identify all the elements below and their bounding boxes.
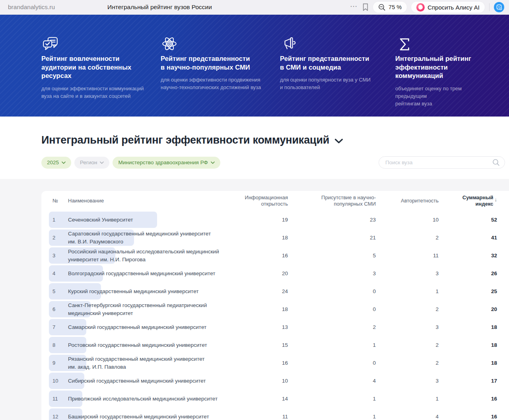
banner-card-scipop[interactable]: Рейтинг представленности в научно-популя… xyxy=(161,35,280,107)
browser-window: brandanalytics.ru Интегральный рейтинг в… xyxy=(0,0,509,420)
table-row[interactable]: 9Рязанский государственный медицинский у… xyxy=(49,354,497,372)
value-total-index: 17 xyxy=(439,378,497,384)
ratings-banner: Рейтинг вовлеченности аудитории на собст… xyxy=(0,15,509,117)
banner-card-integral[interactable]: Интегральный рейтинг эффективности комму… xyxy=(395,35,503,107)
page-header-section: Интегральный рейтинг эффективности комму… xyxy=(0,117,509,179)
banner-card-description: для оценки эффективности коммуникаций ву… xyxy=(41,85,149,100)
value-total-index: 32 xyxy=(439,253,497,259)
filter-year-label: 2025 xyxy=(47,159,59,165)
filter-year[interactable]: 2025 xyxy=(41,157,71,169)
sort-desc-icon[interactable]: ↓ xyxy=(495,196,497,203)
table-row[interactable]: 3Российский национальный исследовательск… xyxy=(49,247,497,264)
chevron-down-icon xyxy=(62,161,66,164)
chevron-down-icon[interactable] xyxy=(334,138,343,144)
bookmark-icon[interactable] xyxy=(362,3,369,11)
value-authority: 2 xyxy=(376,342,439,348)
filter-ministry-label: Министерство здравоохранения РФ xyxy=(118,159,208,165)
rank-cell: 2 xyxy=(49,235,68,241)
browser-topbar: brandanalytics.ru Интегральный рейтинг в… xyxy=(0,0,509,15)
table-section: № Наименование Информационная открытость… xyxy=(0,179,509,420)
value-total-index: 25 xyxy=(439,288,497,294)
banner-card-engagement[interactable]: Рейтинг вовлеченности аудитории на собст… xyxy=(41,35,161,107)
university-name: Приволжский исследовательский медицински… xyxy=(68,395,239,403)
more-menu-icon[interactable]: ⋯ xyxy=(350,2,358,12)
col-header-rank[interactable]: № xyxy=(49,198,68,204)
table-row[interactable]: 4Волгоградский государственный медицинск… xyxy=(49,264,497,282)
value-scipop-media: 21 xyxy=(288,235,376,241)
value-total-index: 18 xyxy=(439,360,497,366)
university-name: Сибирский государственный медицинский ун… xyxy=(68,377,239,385)
value-scipop-media: 0 xyxy=(288,306,376,312)
megaphone-icon xyxy=(280,35,383,52)
col-header-scipop[interactable]: Присутствие в научно- популярных СМИ xyxy=(288,194,376,207)
rank-cell: 12 xyxy=(49,414,68,420)
filter-ministry[interactable]: Министерство здравоохранения РФ xyxy=(113,157,220,169)
table-row[interactable]: 2Саратовский государственный медицинский… xyxy=(49,229,497,247)
banner-card-media[interactable]: Рейтинг представленности в СМИ и соцмеди… xyxy=(280,35,395,107)
value-info-openness: 20 xyxy=(239,270,288,276)
university-name: Башкирский государственный медицинский у… xyxy=(68,413,239,420)
rank-cell: 6 xyxy=(49,306,68,312)
value-total-index: 52 xyxy=(439,217,497,223)
table-row[interactable]: 10Сибирский государственный медицинский … xyxy=(49,372,497,390)
value-scipop-media: 1 xyxy=(288,414,376,420)
search-icon[interactable] xyxy=(492,159,500,166)
university-name: Санкт-Петербургский государственный педи… xyxy=(68,301,239,317)
banner-card-title: Рейтинг вовлеченности аудитории на собст… xyxy=(41,54,149,80)
value-info-openness: 16 xyxy=(239,360,288,366)
value-scipop-media: 3 xyxy=(288,270,376,276)
rank-cell: 11 xyxy=(49,396,68,402)
banner-card-description: объединяет оценку по трем предыдущим рей… xyxy=(395,85,492,107)
alice-ai-button[interactable]: Спросить Алису AI xyxy=(411,2,485,13)
table-row[interactable]: 6Санкт-Петербургский государственный пед… xyxy=(49,300,497,318)
topbar-divider xyxy=(489,3,490,11)
zoom-out-icon[interactable] xyxy=(378,4,386,11)
extension-icon[interactable] xyxy=(494,2,504,12)
table-row[interactable]: 11Приволжский исследовательский медицинс… xyxy=(49,390,497,408)
table-row[interactable]: 5Курский государственный медицинский уни… xyxy=(49,282,497,300)
value-scipop-media: 23 xyxy=(288,217,376,223)
filter-region[interactable]: Регион xyxy=(74,157,109,169)
value-total-index: 26 xyxy=(439,270,497,276)
value-info-openness: 11 xyxy=(239,414,288,420)
value-total-index: 18 xyxy=(439,342,497,348)
site-url-label[interactable]: brandanalytics.ru xyxy=(8,4,55,11)
value-total-index: 18 xyxy=(439,324,497,330)
active-tab-title[interactable]: Интегральный рейтинг вузов России xyxy=(107,4,212,11)
value-info-openness: 18 xyxy=(239,235,288,241)
table-body: 1Сеченовский Университет192310522Саратов… xyxy=(49,211,497,420)
value-authority: 2 xyxy=(376,306,439,312)
chevron-down-icon xyxy=(211,161,215,164)
table-row[interactable]: 12Башкирский государственный медицинский… xyxy=(49,408,497,420)
table-row[interactable]: 7Самарский государственный медицинский у… xyxy=(49,318,497,336)
ranking-table: № Наименование Информационная открытость… xyxy=(41,191,509,420)
value-info-openness: 16 xyxy=(239,253,288,259)
university-name: Рязанский государственный медицинский ун… xyxy=(68,355,239,371)
zoom-level: 75 % xyxy=(389,4,402,10)
value-scipop-media: 1 xyxy=(288,396,376,402)
university-name: Волгоградский государственный медицински… xyxy=(68,270,239,278)
table-row[interactable]: 8Ростовский государственный медицинский … xyxy=(49,336,497,354)
university-name: Курский государственный медицинский унив… xyxy=(68,288,239,296)
table-row[interactable]: 1Сеченовский Университет19231052 xyxy=(49,211,497,229)
university-search[interactable] xyxy=(379,156,505,169)
rank-cell: 8 xyxy=(49,342,68,348)
filters-row: 2025 Регион Министерство здравоохранения… xyxy=(41,156,505,169)
filter-region-label: Регион xyxy=(80,159,97,165)
col-header-total[interactable]: Суммарный индекс ↓ xyxy=(439,194,497,207)
rank-cell: 3 xyxy=(49,253,68,259)
col-header-name[interactable]: Наименование xyxy=(68,198,239,204)
search-input[interactable] xyxy=(385,159,492,165)
chevron-down-icon xyxy=(100,161,104,164)
rank-cell: 5 xyxy=(49,288,68,294)
value-authority: 4 xyxy=(376,414,439,420)
university-name: Саратовский государственный медицинский … xyxy=(68,230,239,245)
page-title[interactable]: Интегральный рейтинг эффективности комму… xyxy=(41,134,505,146)
col-header-info-openness[interactable]: Информационная открытость xyxy=(239,194,288,207)
zoom-control[interactable]: 75 % xyxy=(373,2,407,13)
value-authority: 1 xyxy=(376,288,439,294)
university-name: Самарский государственный медицинский ун… xyxy=(68,323,239,331)
col-header-authority[interactable]: Авторитетность xyxy=(376,198,439,204)
banner-card-title: Интегральный рейтинг эффективности комму… xyxy=(395,54,492,80)
university-name: Российский национальный исследовательски… xyxy=(68,248,239,263)
